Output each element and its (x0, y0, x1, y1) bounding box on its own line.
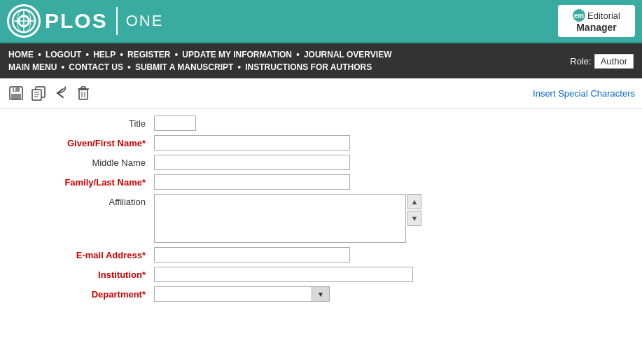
plos-text: PLOS (45, 9, 108, 33)
logo-area: PLOS ONE (7, 4, 163, 38)
svg-rect-7 (11, 94, 21, 99)
header: PLOS ONE em Editorial Manager (0, 0, 642, 43)
institution-row: Institution* (14, 267, 628, 282)
middle-name-input[interactable] (154, 155, 350, 170)
svg-rect-14 (79, 90, 88, 99)
svg-rect-6 (13, 87, 20, 92)
middle-name-label: Middle Name (14, 155, 154, 168)
affiliation-row: Affiliation ▲ ▼ (14, 194, 628, 243)
nav-main-menu[interactable]: MAIN MENU (6, 61, 60, 74)
given-name-label: Given/First Name* (14, 135, 154, 148)
nav-home[interactable]: HOME (6, 48, 36, 61)
toolbar: Insert Special Characters (0, 78, 642, 108)
em-manager: Manager (576, 22, 617, 33)
affiliation-label: Affiliation (14, 194, 154, 207)
department-label: Department* (14, 286, 154, 300)
one-text: ONE (126, 12, 164, 30)
family-name-label: Family/Last Name* (14, 174, 154, 188)
em-top: em Editorial (573, 9, 620, 22)
family-name-input[interactable] (154, 174, 350, 190)
email-row: E-mail Address* (14, 247, 628, 262)
title-row: Title (14, 115, 628, 131)
nav-journal[interactable]: JOURNAL OVERVIEW (301, 48, 395, 61)
logo-divider (116, 7, 118, 35)
title-label: Title (14, 115, 154, 129)
family-name-row: Family/Last Name* (14, 174, 628, 190)
nav-row-1: HOME • LOGOUT • HELP • REGISTER • UPDATE… (6, 48, 556, 61)
navbar: HOME • LOGOUT • HELP • REGISTER • UPDATE… (0, 43, 642, 78)
institution-label: Institution* (14, 267, 154, 280)
email-label: E-mail Address* (14, 247, 154, 260)
insert-special-link[interactable]: Insert Special Characters (533, 88, 635, 99)
nav-contact[interactable]: CONTACT US (66, 61, 126, 74)
toolbar-icons (7, 84, 92, 102)
given-name-input[interactable] (154, 135, 350, 150)
title-input[interactable] (154, 115, 196, 131)
save-button[interactable] (7, 84, 25, 102)
role-area: Role: Author (561, 43, 642, 78)
department-wrapper: ▼ (154, 286, 330, 302)
back-button[interactable] (52, 84, 70, 102)
role-label: Role: (570, 56, 591, 66)
middle-name-row: Middle Name (14, 155, 628, 170)
svg-rect-16 (81, 87, 85, 89)
given-name-row: Given/First Name* (14, 135, 628, 150)
nav-update[interactable]: UPDATE MY INFORMATION (179, 48, 295, 61)
scroll-up-button[interactable]: ▲ (407, 194, 421, 209)
nav-help[interactable]: HELP (90, 48, 118, 61)
em-editorial: Editorial (587, 10, 620, 21)
svg-point-1 (19, 16, 29, 26)
affiliation-wrapper: ▲ ▼ (154, 194, 421, 243)
nav-logout[interactable]: LOGOUT (43, 48, 84, 61)
plos-icon (7, 4, 41, 38)
nav-register[interactable]: REGISTER (125, 48, 173, 61)
email-input[interactable] (154, 247, 350, 262)
nav-instructions[interactable]: INSTRUCTIONS FOR AUTHORS (242, 61, 375, 74)
role-value: Author (594, 54, 634, 69)
department-row: Department* ▼ (14, 286, 628, 302)
svg-rect-8 (14, 88, 15, 91)
department-input[interactable] (154, 286, 312, 302)
form-area: Title Given/First Name* Middle Name Fami… (0, 108, 642, 320)
affiliation-scroll-buttons: ▲ ▼ (407, 194, 421, 226)
em-circle: em (573, 9, 585, 22)
nav-submit[interactable]: SUBMIT A MANUSCRIPT (132, 61, 236, 74)
nav-row-2: MAIN MENU • CONTACT US • SUBMIT A MANUSC… (6, 61, 556, 74)
nav-links: HOME • LOGOUT • HELP • REGISTER • UPDATE… (0, 43, 561, 78)
department-dropdown-button[interactable]: ▼ (312, 286, 330, 302)
scroll-down-button[interactable]: ▼ (407, 211, 421, 226)
plos-logo: PLOS ONE (7, 4, 163, 38)
affiliation-textarea[interactable] (154, 194, 406, 243)
institution-input[interactable] (154, 267, 413, 282)
copy-button[interactable] (29, 84, 48, 102)
em-logo: em Editorial Manager (558, 5, 635, 37)
delete-button[interactable] (74, 84, 92, 102)
